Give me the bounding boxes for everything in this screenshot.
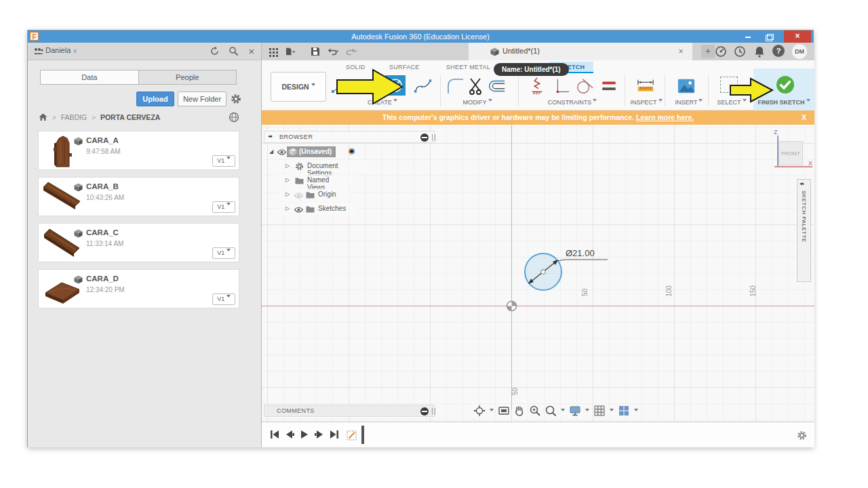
app-grid-icon[interactable] xyxy=(267,45,279,58)
caret-down-icon[interactable] xyxy=(490,409,494,413)
version-badge[interactable]: V1 xyxy=(212,247,235,259)
activate-target-icon[interactable]: ◉ xyxy=(349,146,355,155)
timeline-step-forward-button[interactable] xyxy=(313,428,326,441)
tab-close-icon[interactable]: × xyxy=(675,46,686,57)
eye-icon[interactable] xyxy=(294,207,303,213)
close-button[interactable]: × xyxy=(784,30,811,43)
file-menu-icon[interactable] xyxy=(284,45,296,58)
insert-image-icon[interactable] xyxy=(677,77,696,96)
zoom-icon[interactable] xyxy=(529,405,541,417)
search-icon[interactable] xyxy=(229,46,239,56)
avatar[interactable]: DM xyxy=(792,44,807,59)
collapse-left-icon[interactable]: ◂◂ xyxy=(268,134,271,139)
tree-collapsed-icon[interactable]: ▷ xyxy=(285,163,290,169)
eye-icon[interactable] xyxy=(277,149,286,155)
timeline-step-back-button[interactable] xyxy=(283,428,296,441)
pan-hand-icon[interactable] xyxy=(513,405,526,417)
browser-collapse-icon[interactable] xyxy=(420,134,429,142)
root-node[interactable]: (Unsaved) xyxy=(287,146,336,157)
look-at-icon[interactable] xyxy=(498,405,510,417)
grid-settings-icon[interactable] xyxy=(593,405,606,417)
viewport-canvas[interactable]: Ø21.00 50 100 150 50 Z FRONT X ◂◂ SKETCH… xyxy=(262,125,814,422)
tree-expanded-icon[interactable]: ◢ xyxy=(269,148,273,155)
new-folder-button[interactable]: New Folder xyxy=(178,92,226,106)
comments-drag-handle[interactable] xyxy=(432,408,435,415)
measure-tool-icon[interactable] xyxy=(636,77,655,96)
section-modify[interactable]: MODIFY xyxy=(447,99,508,106)
browser-root-row[interactable]: ◢ (Unsaved) ◉ xyxy=(264,146,435,159)
equal-constraint-icon[interactable] xyxy=(599,77,618,96)
extensions-icon[interactable] xyxy=(715,45,727,58)
list-item[interactable]: CARA_A 9:47:58 AM V1 xyxy=(38,131,239,170)
list-item[interactable]: CARA_D 12:34:20 PM V1 xyxy=(38,269,239,308)
sketch-feature-icon[interactable] xyxy=(347,427,360,445)
workspace-switcher[interactable]: DESIGN xyxy=(271,72,326,102)
trim-scissors-icon[interactable] xyxy=(467,77,486,96)
tree-collapsed-icon[interactable]: ▷ xyxy=(285,191,290,197)
job-status-clock-icon[interactable] xyxy=(734,45,746,58)
sketch-circle[interactable]: Ø21.00 xyxy=(513,241,635,306)
tab-sheet-metal[interactable]: SHEET METAL xyxy=(446,64,490,70)
save-icon[interactable] xyxy=(309,45,321,58)
document-tab[interactable]: Untitled*(1) × xyxy=(469,43,692,60)
version-badge[interactable]: V1 xyxy=(212,293,235,305)
orbit-icon[interactable] xyxy=(473,405,486,417)
new-tab-button[interactable]: + xyxy=(701,45,715,58)
browser-panel-header[interactable]: ◂◂ BROWSER xyxy=(264,131,435,143)
fillet-tool-icon[interactable] xyxy=(446,77,465,96)
tangent-constraint-icon[interactable] xyxy=(575,77,594,96)
fix-constraint-icon[interactable] xyxy=(528,77,547,96)
breadcrumb-folder[interactable]: FABDIG xyxy=(61,113,87,121)
tree-collapsed-icon[interactable]: ▷ xyxy=(285,177,290,183)
redo-icon[interactable] xyxy=(346,45,358,58)
panel-close-icon[interactable]: × xyxy=(246,46,257,57)
notifications-bell-icon[interactable] xyxy=(753,45,766,58)
section-constraints[interactable]: CONSTRAINTS xyxy=(538,99,606,106)
expand-left-icon[interactable]: ◂◂ xyxy=(800,181,803,186)
timeline-play-button[interactable] xyxy=(298,428,311,441)
viewports-icon[interactable] xyxy=(618,405,630,417)
user-menu[interactable]: Daniela ∨ xyxy=(45,46,77,54)
list-item[interactable]: CARA_C 11:33:14 AM V1 xyxy=(38,223,239,262)
timeline-marker[interactable] xyxy=(361,426,364,444)
timeline-go-start-button[interactable] xyxy=(269,428,281,441)
upload-button[interactable]: Upload xyxy=(136,92,174,106)
minimize-button[interactable] xyxy=(743,33,753,39)
eye-hidden-icon[interactable] xyxy=(294,192,303,199)
help-icon[interactable]: ? xyxy=(772,45,785,57)
learn-more-link[interactable]: Learn more here. xyxy=(636,113,694,121)
offset-tool-icon[interactable] xyxy=(487,77,506,96)
tab-data[interactable]: Data xyxy=(41,70,139,84)
home-icon[interactable] xyxy=(39,113,47,121)
version-badge[interactable]: V1 xyxy=(212,155,235,167)
version-badge[interactable]: V1 xyxy=(212,201,235,213)
horizontal-vertical-constraint-icon[interactable] xyxy=(552,77,571,96)
banner-close-icon[interactable]: X xyxy=(802,110,806,125)
refresh-icon[interactable] xyxy=(210,46,220,56)
timeline-bar xyxy=(262,422,814,447)
fit-zoom-icon[interactable] xyxy=(545,405,557,417)
viewcube-front-face[interactable]: FRONT xyxy=(778,141,803,165)
browser-drag-handle[interactable] xyxy=(432,134,435,141)
caret-down-icon[interactable] xyxy=(610,409,614,413)
caret-down-icon[interactable] xyxy=(634,409,638,413)
globe-icon[interactable] xyxy=(229,112,239,123)
caret-down-icon[interactable] xyxy=(585,409,589,413)
sketch-palette-collapsed[interactable]: ◂◂ SKETCH PALETTE xyxy=(797,179,811,282)
timeline-gear-icon[interactable] xyxy=(797,430,807,441)
settings-gear-icon[interactable] xyxy=(231,94,241,104)
comments-toggle-icon[interactable] xyxy=(420,407,429,415)
timeline-go-end-button[interactable] xyxy=(328,428,340,441)
display-settings-icon[interactable] xyxy=(569,405,581,417)
comments-bar[interactable]: COMMENTS xyxy=(264,405,435,417)
title-bar: F Autodesk Fusion 360 (Education License… xyxy=(28,30,813,43)
restore-button[interactable] xyxy=(766,33,774,40)
tab-people[interactable]: People xyxy=(139,70,237,84)
spline-tool-icon[interactable] xyxy=(414,77,433,96)
view-cube[interactable]: Z FRONT X xyxy=(769,127,814,169)
dimension-label[interactable]: Ø21.00 xyxy=(566,248,595,258)
undo-icon[interactable] xyxy=(328,45,340,58)
caret-down-icon[interactable] xyxy=(561,409,565,413)
list-item[interactable]: CARA_B 10:43:26 AM V1 xyxy=(38,177,239,216)
tree-collapsed-icon[interactable]: ▷ xyxy=(285,205,290,211)
